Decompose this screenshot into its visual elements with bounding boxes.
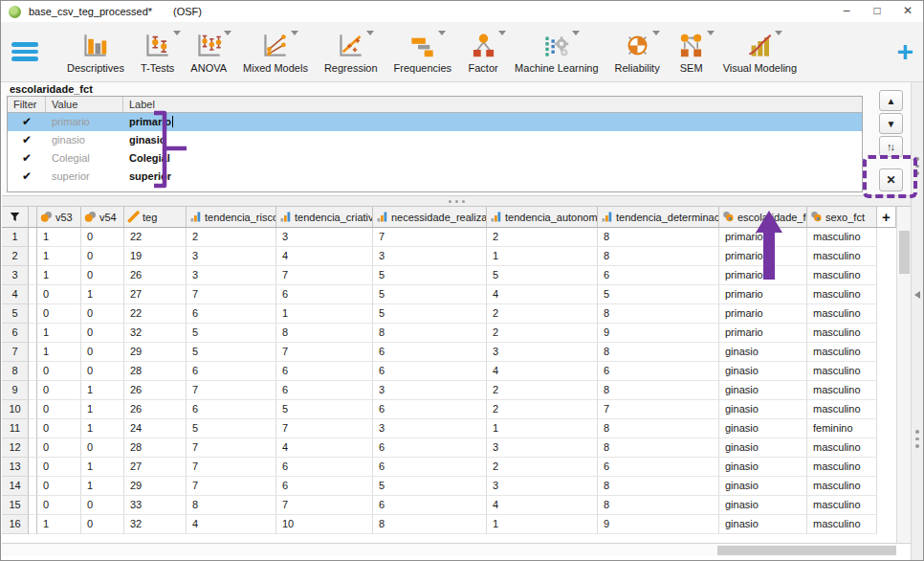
data-cell[interactable]: 5 xyxy=(373,285,487,304)
column-header-tendencia-criativa[interactable]: tendencia_criativa xyxy=(276,207,373,228)
data-cell[interactable]: 0 xyxy=(81,343,124,362)
column-header-sexo-fct[interactable]: asexo_fct xyxy=(807,207,877,228)
value-row-ginasio[interactable]: ✔ginasioginasio xyxy=(8,131,862,149)
column-header-escolaridade-fct[interactable]: aescolaridade_fct xyxy=(719,207,807,228)
vertical-scrollbar[interactable] xyxy=(896,207,911,543)
data-cell[interactable]: ginasio xyxy=(719,515,807,534)
data-cell[interactable]: 5 xyxy=(187,343,276,362)
label-cell[interactable]: primario xyxy=(123,113,862,131)
data-cell[interactable]: 6 xyxy=(187,400,276,419)
data-cell[interactable]: 3 xyxy=(487,343,598,362)
data-cell[interactable]: 1 xyxy=(81,458,124,477)
data-cell[interactable]: 4 xyxy=(276,438,373,458)
data-cell[interactable]: 5 xyxy=(598,285,719,304)
data-cell[interactable]: 0 xyxy=(37,400,81,419)
data-cell[interactable]: 0 xyxy=(37,381,81,400)
row-number[interactable]: 10 xyxy=(2,400,29,419)
data-cell[interactable]: 3 xyxy=(276,228,373,247)
data-cell[interactable]: masculino xyxy=(807,477,877,496)
maximize-button[interactable]: □ xyxy=(862,1,892,22)
row-number[interactable]: 8 xyxy=(2,362,29,381)
data-cell[interactable]: 6 xyxy=(276,477,373,496)
data-cell[interactable]: 0 xyxy=(37,419,81,438)
data-cell[interactable]: 24 xyxy=(124,419,187,438)
data-cell[interactable]: masculino xyxy=(807,362,877,381)
data-cell[interactable]: 27 xyxy=(124,458,187,477)
data-cell[interactable]: ginasio xyxy=(719,343,807,362)
data-cell[interactable]: 2 xyxy=(487,304,598,324)
column-header-tendencia-autonomia[interactable]: tendencia_autonomia xyxy=(487,207,598,228)
data-cell[interactable]: 6 xyxy=(276,458,373,477)
horizontal-scrollbar[interactable] xyxy=(2,543,896,556)
data-cell[interactable]: 8 xyxy=(598,228,719,247)
data-cell[interactable]: 8 xyxy=(598,496,719,515)
module-anova[interactable]: ANOVA xyxy=(190,31,227,74)
data-cell[interactable]: masculino xyxy=(807,381,877,400)
data-cell[interactable]: 32 xyxy=(124,515,187,534)
data-cell[interactable]: 5 xyxy=(373,477,487,496)
row-number[interactable]: 4 xyxy=(2,285,29,304)
data-cell[interactable]: 7 xyxy=(373,228,487,247)
data-cell[interactable]: masculino xyxy=(807,324,877,343)
row-number[interactable]: 2 xyxy=(2,247,29,266)
horizontal-scrollbar-thumb[interactable] xyxy=(717,546,901,555)
data-cell[interactable]: 5 xyxy=(487,266,598,285)
data-cell[interactable]: 22 xyxy=(124,304,187,324)
value-row-colegial[interactable]: ✔ColegialColegial xyxy=(8,149,862,168)
data-cell[interactable]: primario xyxy=(719,247,807,266)
data-cell[interactable]: 1 xyxy=(487,515,598,534)
data-cell[interactable]: 3 xyxy=(487,438,598,458)
data-cell[interactable]: 0 xyxy=(81,266,124,285)
data-cell[interactable]: 1 xyxy=(81,419,124,438)
data-cell[interactable]: 22 xyxy=(124,228,187,247)
vertical-scrollbar-thumb[interactable] xyxy=(899,231,910,274)
data-cell[interactable]: primario xyxy=(719,324,807,343)
data-cell[interactable]: masculino xyxy=(807,458,877,477)
data-cell[interactable]: 6 xyxy=(373,496,487,515)
data-cell[interactable]: ginasio xyxy=(719,477,807,496)
minimize-button[interactable]: – xyxy=(831,1,862,22)
data-cell[interactable]: 8 xyxy=(276,324,373,343)
data-cell[interactable]: 1 xyxy=(37,228,81,247)
data-cell[interactable]: ginasio xyxy=(719,419,807,438)
data-cell[interactable]: masculino xyxy=(807,285,877,304)
data-cell[interactable]: 29 xyxy=(124,477,187,496)
row-number[interactable]: 9 xyxy=(2,381,29,400)
data-cell[interactable]: 26 xyxy=(124,400,187,419)
data-cell[interactable]: masculino xyxy=(807,438,877,458)
data-cell[interactable]: 0 xyxy=(81,228,124,247)
data-cell[interactable]: 5 xyxy=(373,304,487,324)
row-number[interactable]: 13 xyxy=(2,458,29,477)
row-number[interactable]: 14 xyxy=(2,477,29,496)
row-number[interactable]: 16 xyxy=(2,515,29,534)
data-cell[interactable]: 3 xyxy=(373,419,487,438)
main-menu-button[interactable] xyxy=(11,42,38,61)
filter-checkmark-icon[interactable]: ✔ xyxy=(8,168,46,186)
data-cell[interactable]: 2 xyxy=(187,228,276,247)
data-cell[interactable]: 7 xyxy=(187,477,276,496)
data-cell[interactable]: 6 xyxy=(598,362,719,381)
data-cell[interactable]: 0 xyxy=(37,458,81,477)
data-cell[interactable]: 32 xyxy=(124,324,187,343)
data-cell[interactable]: 1 xyxy=(37,343,81,362)
module-visual-modeling[interactable]: Visual Modeling xyxy=(723,31,797,74)
data-cell[interactable]: 7 xyxy=(276,496,373,515)
data-cell[interactable]: primario xyxy=(719,285,807,304)
data-cell[interactable]: 26 xyxy=(124,266,187,285)
data-cell[interactable]: 7 xyxy=(187,285,276,304)
data-cell[interactable]: 6 xyxy=(276,362,373,381)
data-cell[interactable]: 3 xyxy=(187,266,276,285)
data-cell[interactable]: 1 xyxy=(81,477,124,496)
filter-checkmark-icon[interactable]: ✔ xyxy=(8,113,46,131)
value-row-superior[interactable]: ✔superiorsuperior xyxy=(8,168,862,186)
data-cell[interactable]: 1 xyxy=(81,285,124,304)
data-cell[interactable]: 6 xyxy=(276,381,373,400)
data-cell[interactable]: 33 xyxy=(124,496,187,515)
data-cell[interactable]: 0 xyxy=(37,304,81,324)
data-cell[interactable]: masculino xyxy=(807,343,877,362)
row-number[interactable]: 12 xyxy=(2,438,29,458)
data-cell[interactable]: 2 xyxy=(487,381,598,400)
column-header-v53[interactable]: v53 xyxy=(37,207,81,228)
close-button[interactable]: ✕ xyxy=(892,1,923,22)
data-cell[interactable]: 10 xyxy=(276,515,373,534)
